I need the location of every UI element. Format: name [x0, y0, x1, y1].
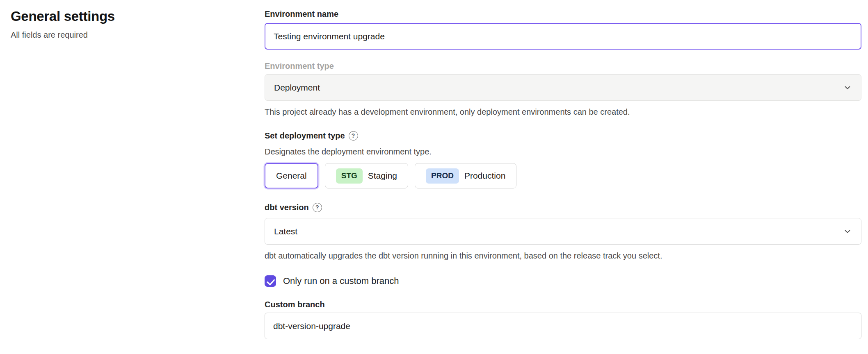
deployment-type-label-row: Set deployment type — [265, 130, 861, 141]
dbt-version-selected-value: Latest — [274, 227, 297, 236]
chevron-down-icon — [843, 83, 852, 92]
deployment-type-general-button[interactable]: General — [265, 163, 318, 188]
environment-settings-page: General settings All fields are required… — [0, 0, 868, 354]
help-icon[interactable] — [313, 203, 322, 212]
deployment-type-general-label: General — [276, 171, 307, 181]
dbt-version-label: dbt version — [265, 202, 309, 213]
chevron-down-icon — [843, 227, 852, 236]
production-badge: PROD — [426, 168, 459, 184]
deployment-type-production-button[interactable]: PROD Production — [415, 163, 516, 188]
environment-settings-form: Environment name Environment type Deploy… — [265, 7, 861, 354]
environment-name-label: Environment name — [265, 8, 861, 20]
page-subtitle: All fields are required — [11, 30, 265, 40]
staging-badge: STG — [336, 168, 363, 184]
custom-branch-label: Custom branch — [265, 299, 861, 310]
environment-name-input[interactable] — [265, 23, 861, 50]
deployment-type-staging-button[interactable]: STG Staging — [325, 163, 408, 188]
custom-branch-checkbox-label[interactable]: Only run on a custom branch — [283, 276, 399, 286]
deployment-type-helper: Designates the deployment environment ty… — [265, 146, 861, 157]
environment-type-selected-value: Deployment — [274, 83, 320, 93]
custom-branch-checkbox[interactable] — [265, 275, 276, 287]
deployment-type-options: General STG Staging PROD Production — [265, 163, 861, 188]
environment-type-helper: This project already has a development e… — [265, 107, 861, 118]
environment-type-label: Environment type — [265, 60, 861, 72]
deployment-type-staging-label: Staging — [368, 171, 397, 181]
help-icon[interactable] — [349, 131, 358, 141]
deployment-type-production-label: Production — [464, 171, 505, 181]
deployment-type-label: Set deployment type — [265, 130, 345, 141]
settings-header: General settings All fields are required — [11, 7, 265, 354]
page-title: General settings — [11, 8, 265, 25]
dbt-version-helper: dbt automatically upgrades the dbt versi… — [265, 250, 861, 261]
custom-branch-input[interactable] — [265, 313, 861, 339]
environment-type-select[interactable]: Deployment — [265, 74, 861, 101]
custom-branch-toggle-row: Only run on a custom branch — [265, 275, 861, 287]
dbt-version-select[interactable]: Latest — [265, 218, 861, 245]
dbt-version-label-row: dbt version — [265, 202, 861, 213]
